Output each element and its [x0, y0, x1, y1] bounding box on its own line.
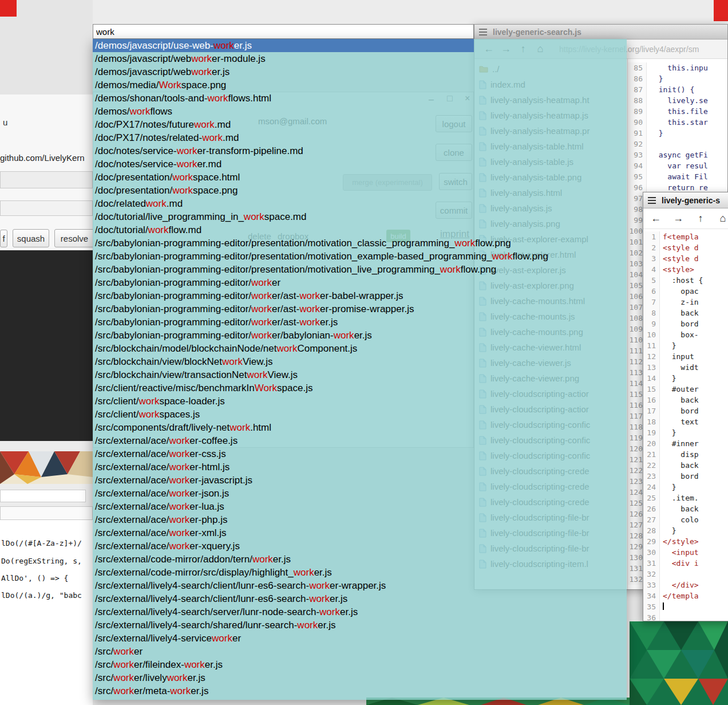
search-result-row[interactable]: /src/worker/meta-worker.js	[93, 684, 627, 698]
search-result-row[interactable]: /src/external/ace/worker-json.js	[93, 487, 627, 500]
window-titlebar[interactable]: lively-generic-s	[643, 192, 728, 208]
search-result-row[interactable]: /src/external/code-mirror/src/display/hi…	[93, 566, 627, 579]
left-field-bar[interactable]	[0, 490, 86, 502]
search-result-row[interactable]: /src/external/ace/worker-css.js	[93, 447, 627, 460]
search-result-path: /src/external/ace/worker-coffee.js	[95, 435, 238, 446]
code-text: #outer	[660, 384, 699, 395]
resolve-button[interactable]: resolve	[54, 229, 93, 247]
search-result-row[interactable]: /demos/javascript/webworker.js	[93, 65, 627, 78]
search-result-path: /doc/notes/service-worker.md	[95, 159, 221, 170]
back-icon[interactable]: ←	[649, 212, 663, 225]
search-result-row[interactable]: /src/external/ace/worker-html.js	[93, 460, 627, 474]
github-link-text[interactable]: github.com/LivelyKern	[0, 153, 85, 163]
search-result-row[interactable]: /src/external/ace/worker-php.js	[93, 513, 627, 526]
search-result-row[interactable]: /src/blockchain/view/blockNetworkView.js	[93, 355, 627, 368]
line-number: 24	[643, 482, 660, 493]
code-line: 31 <div i	[643, 558, 728, 569]
search-result-row[interactable]: /src/external/lively4-search/client/lunr…	[93, 579, 627, 592]
left-input-bar-2[interactable]	[0, 200, 93, 216]
search-result-path: /doc/PX17/notes/related-work.md	[95, 132, 239, 143]
search-result-row[interactable]: /src/babylonian-programming-editor/worke…	[93, 316, 627, 329]
clipped-button[interactable]: f	[0, 230, 7, 247]
search-result-row[interactable]: /src/external/ace/worker-lua.js	[93, 500, 627, 513]
search-result-row[interactable]: /demos/workflows	[93, 105, 627, 118]
search-result-row[interactable]: /doc/tutorial/live_programming_in_worksp…	[93, 210, 627, 223]
search-result-row[interactable]: /src/worker	[93, 645, 627, 658]
search-result-row[interactable]: /src/babylonian-programming-editor/prese…	[93, 263, 627, 276]
search-result-row[interactable]: /demos/shonan/tools-and-workflows.html	[93, 92, 627, 105]
code-text: this.inpu	[647, 62, 708, 73]
search-result-row[interactable]: /src/external/lively4-search/server/lunr…	[93, 605, 627, 619]
search-result-row[interactable]: /doc/notes/service-worker-transform-pipe…	[93, 144, 627, 157]
terminal-panel[interactable]	[0, 250, 93, 441]
code-fragment: AllDo', () => {	[1, 574, 68, 582]
search-result-row[interactable]: /src/babylonian-programming-editor/worke…	[93, 289, 627, 302]
search-result-row[interactable]: /src/external/ace/worker-coffee.js	[93, 434, 627, 447]
search-result-row[interactable]: /doc/presentation/workspace.html	[93, 171, 627, 184]
line-number: 85	[628, 62, 647, 73]
search-result-path: /src/worker/meta-worker.js	[95, 686, 208, 696]
search-result-row[interactable]: /src/worker/fileindex-worker.js	[93, 658, 627, 671]
search-result-row[interactable]: /src/blockchain/view/transactionNetworkV…	[93, 368, 627, 381]
code-text: :host {	[660, 275, 703, 286]
search-result-row[interactable]: /doc/tutorial/workflow.md	[93, 223, 627, 237]
line-number: 34	[643, 590, 660, 601]
search-result-row[interactable]: /src/external/ace/worker-xquery.js	[93, 539, 627, 553]
search-result-row[interactable]: /src/client/reactive/misc/benchmarkInWor…	[93, 381, 627, 395]
squash-button[interactable]: squash	[13, 229, 49, 247]
search-result-row[interactable]: /demos/javascript/webworker-module.js	[93, 52, 627, 65]
line-number: 94	[628, 160, 647, 171]
code-line: 9 bord	[643, 318, 728, 329]
menu-icon[interactable]	[648, 197, 656, 204]
search-result-row[interactable]: /src/external/code-mirror/addon/tern/wor…	[93, 553, 627, 566]
line-number: 31	[643, 558, 660, 569]
search-result-row[interactable]: /src/client/workspace-loader.js	[93, 395, 627, 408]
search-result-row[interactable]: /doc/notes/service-worker.md	[93, 157, 627, 171]
line-number: 95	[628, 171, 647, 182]
search-result-row[interactable]: /src/external/lively4-search/client/lunr…	[93, 592, 627, 605]
search-result-row[interactable]: /src/external/lively4-search/shared/lunr…	[93, 619, 627, 632]
search-result-row[interactable]: /doc/relatedwork.md	[93, 197, 627, 210]
left-input-bar[interactable]	[0, 171, 93, 188]
code-text: bord	[660, 405, 699, 416]
home-icon[interactable]: ⌂	[716, 212, 728, 225]
search-result-path: /demos/javascript/webworker.js	[95, 66, 230, 77]
code-line: 94 var resul	[628, 160, 727, 171]
line-number: 25	[643, 493, 660, 503]
up-icon[interactable]: ↑	[694, 212, 707, 225]
search-result-row[interactable]: /src/babylonian-programming-editor/prese…	[93, 250, 627, 263]
search-result-path: /src/worker	[95, 646, 143, 657]
code-text: }	[660, 340, 676, 351]
search-result-row[interactable]: /src/external/ace/worker-xml.js	[93, 526, 627, 539]
search-result-row[interactable]: /src/babylonian-programming-editor/prese…	[93, 237, 627, 250]
code-line: 6 opac	[643, 286, 728, 297]
code-line: 28 }	[643, 525, 728, 536]
search-result-row[interactable]: /doc/presentation/workspace.png	[93, 184, 627, 197]
search-result-row[interactable]: /src/components/draft/lively-network.htm…	[93, 421, 627, 434]
search-result-row[interactable]: /demos/javascript/use-web-worker.js	[93, 39, 627, 52]
search-input[interactable]	[93, 24, 474, 39]
code-line: 22 back	[643, 460, 728, 471]
search-result-row[interactable]: /src/client/workspaces.js	[93, 408, 627, 421]
left-field-bar-2[interactable]	[0, 506, 93, 520]
search-result-path: /src/external/ace/worker-css.js	[95, 448, 226, 459]
search-result-row[interactable]: /src/babylonian-programming-editor/worke…	[93, 276, 627, 289]
search-result-row[interactable]: /src/worker/livelyworker.js	[93, 671, 627, 684]
search-result-row[interactable]: /src/external/lively4-serviceworker	[93, 632, 627, 645]
search-result-row[interactable]: /doc/PX17/notes/futurework.md	[93, 118, 627, 131]
search-result-row[interactable]: /src/external/ace/worker-javascript.js	[93, 474, 627, 487]
search-result-path: /src/babylonian-programming-editor/prese…	[95, 238, 511, 249]
search-result-path: /src/blockchain/view/transactionNetworkV…	[95, 369, 298, 380]
search-result-row[interactable]: /demos/media/Workspace.png	[93, 78, 627, 92]
search-result-row[interactable]: /doc/PX17/notes/related-work.md	[93, 131, 627, 144]
code-text: var resul	[647, 160, 708, 171]
code-text: back	[660, 308, 699, 318]
line-number: 12	[643, 351, 660, 362]
code-line: 32	[643, 569, 728, 580]
search-result-row[interactable]: /src/blockchain/model/blockchainNode/net…	[93, 342, 627, 355]
forward-icon[interactable]: →	[671, 212, 685, 225]
search-result-row[interactable]: /src/babylonian-programming-editor/worke…	[93, 302, 627, 316]
code-text: <style>	[660, 264, 694, 275]
code-editor[interactable]: 1 f<templa 2 <style d 3 <style d 4 <styl…	[643, 229, 728, 621]
search-result-row[interactable]: /src/babylonian-programming-editor/worke…	[93, 329, 627, 342]
